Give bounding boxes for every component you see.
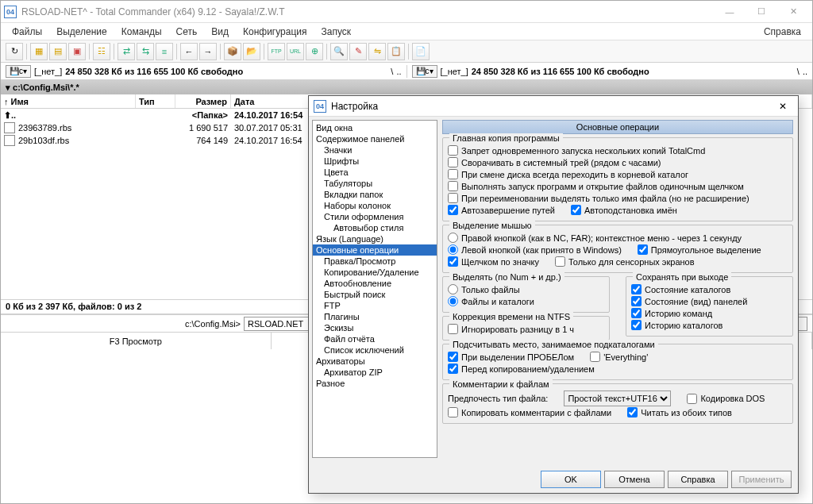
chk-on-space[interactable]: При выделении ПРОБЕЛом — [448, 351, 574, 363]
tree-item[interactable]: Разное — [313, 378, 437, 389]
sync-icon[interactable]: ⇋ — [368, 43, 386, 60]
back-icon[interactable]: ← — [180, 43, 198, 60]
chk-save-dir-history[interactable]: Историю каталогов — [631, 319, 788, 331]
chk-copy-comments[interactable]: Копировать комментарии с файлами — [448, 406, 611, 418]
app-icon: 04 — [4, 6, 17, 18]
search-icon[interactable]: 🔍 — [330, 43, 348, 60]
chk-single-click[interactable]: Выполнять запуск программ и открытие фай… — [448, 180, 788, 192]
maximize-button[interactable]: ☐ — [746, 2, 777, 21]
chk-ignore-1h[interactable]: Игнорировать разницу в 1 ч — [448, 323, 604, 335]
drivepanel-left: 💾 c ▾ [_нет_] 24 850 328 Кб из 116 655 1… — [1, 65, 406, 78]
chk-click-icon[interactable]: Щелчком по значку — [448, 256, 539, 267]
forward-icon[interactable]: → — [199, 43, 217, 60]
menu-net[interactable]: Сеть — [170, 25, 204, 39]
chk-root-on-change[interactable]: При смене диска всегда переходить в корн… — [448, 168, 788, 180]
view-brief-icon[interactable]: ▦ — [30, 43, 48, 60]
chk-dos-encoding[interactable]: Кодировка DOS — [687, 393, 765, 405]
tree-item[interactable]: Эскизы — [313, 322, 437, 333]
chk-tray[interactable]: Сворачивать в системный трей (рядом с ча… — [448, 156, 788, 168]
tree-icon[interactable]: ☷ — [93, 43, 110, 60]
drive-c-left[interactable]: 💾 c ▾ — [6, 65, 31, 78]
tree-item[interactable]: Содержимое панелей — [313, 133, 437, 144]
chk-rename-name-only[interactable]: При переименовании выделять только имя ф… — [448, 192, 788, 204]
tree-item[interactable]: Автообновление — [313, 278, 437, 289]
ftp-icon[interactable]: FTP — [268, 43, 285, 60]
tree-item[interactable]: Табуляторы — [313, 178, 437, 189]
ok-button[interactable]: OK — [541, 471, 601, 488]
swap-icon[interactable]: ⇆ — [137, 43, 154, 60]
dialog-close-button[interactable]: ✕ — [773, 98, 793, 114]
tree-item[interactable]: Наборы колонок — [313, 200, 437, 211]
chk-rect-select[interactable]: Прямоугольное выделение — [638, 244, 761, 256]
tree-item[interactable]: Значки — [313, 144, 437, 156]
menu-config[interactable]: Конфигурация — [237, 25, 314, 39]
rad-files-and-dirs[interactable]: Файлы и каталоги — [448, 295, 604, 307]
refresh-icon[interactable]: ↻ — [6, 43, 23, 60]
tree-item[interactable]: Шрифты — [313, 156, 437, 167]
view-full-icon[interactable]: ▤ — [49, 43, 67, 60]
rad-files-only[interactable]: Только файлы — [448, 283, 604, 295]
chk-read-both[interactable]: Читать из обоих типов — [627, 406, 732, 418]
chk-autocomplete[interactable]: Автозавершение путей — [448, 204, 555, 216]
tree-item[interactable]: Вид окна — [313, 122, 437, 133]
thumbnails-icon[interactable]: ▣ — [68, 43, 86, 60]
col-name[interactable]: ↑ Имя — [1, 94, 136, 108]
url-icon[interactable]: URL — [287, 43, 304, 60]
cancel-button[interactable]: Отмена — [604, 471, 665, 488]
drive-root-left[interactable]: \ — [391, 67, 393, 76]
tree-item[interactable]: Копирование/Удаление — [313, 267, 437, 278]
chk-save-cmd-history[interactable]: Историю команд — [631, 307, 788, 319]
menu-files[interactable]: Файлы — [6, 25, 48, 39]
drive-up-left[interactable]: .. — [396, 67, 401, 76]
tree-item[interactable]: Вкладки папок — [313, 189, 437, 200]
dialog-icon: 04 — [314, 100, 326, 113]
tree-item[interactable]: Плагины — [313, 311, 437, 322]
drive-root-right[interactable]: \ — [797, 67, 800, 76]
tree-item[interactable]: Быстрый поиск — [313, 289, 437, 300]
apply-button[interactable]: Применить — [731, 471, 792, 488]
chk-single-instance[interactable]: Запрет одновременного запуска нескольких… — [448, 144, 788, 156]
menu-view[interactable]: Вид — [205, 25, 235, 39]
drive-c-right[interactable]: 💾 c ▾ — [412, 65, 437, 78]
tree-item[interactable]: Список исключений — [313, 344, 437, 356]
tree-item[interactable]: Автовыбор стиля — [313, 222, 437, 233]
ftp-new-icon[interactable]: ⊕ — [306, 43, 323, 60]
tree-item[interactable]: Язык (Language) — [313, 233, 437, 244]
tree-item[interactable]: FTP — [313, 300, 437, 311]
tree-item[interactable]: Правка/Просмотр — [313, 256, 437, 267]
chk-touch-only[interactable]: Только для сенсорных экранов — [555, 256, 695, 267]
select-comment-type[interactable]: Простой текст+UTF16 — [564, 391, 671, 406]
menu-commands[interactable]: Команды — [115, 25, 168, 39]
compare-icon[interactable]: 📋 — [387, 43, 405, 60]
chk-autosubst[interactable]: Автоподстановка имён — [571, 204, 677, 216]
minimize-button[interactable]: — — [714, 2, 746, 21]
menu-selection[interactable]: Выделение — [50, 25, 114, 39]
col-ext[interactable]: Тип — [136, 94, 175, 108]
chk-save-panels[interactable]: Состояние (вид) панелей — [631, 295, 788, 307]
chk-save-dirs[interactable]: Состояние каталогов — [631, 283, 788, 295]
target-icon[interactable]: ≡ — [156, 43, 173, 60]
chk-before-copy[interactable]: Перед копированием/удалением — [448, 363, 788, 375]
chk-everything[interactable]: 'Everything' — [590, 351, 648, 363]
drive-up-right[interactable]: .. — [803, 67, 807, 76]
tree-item-selected[interactable]: Основные операции — [313, 244, 437, 256]
close-button[interactable]: ✕ — [777, 2, 809, 21]
menu-help[interactable]: Справка — [757, 25, 807, 39]
tree-item[interactable]: Архиватор ZIP — [313, 367, 437, 378]
f3-button[interactable]: F3 Просмотр — [1, 333, 272, 349]
invert-icon[interactable]: ⇄ — [118, 43, 135, 60]
multirename-icon[interactable]: ✎ — [349, 43, 367, 60]
rad-left-click[interactable]: Левой кнопкой (как принято в Windows) — [448, 244, 622, 256]
menu-start[interactable]: Запуск — [315, 25, 358, 39]
tree-item[interactable]: Архиваторы — [313, 356, 437, 367]
tree-item[interactable]: Стили оформления — [313, 211, 437, 222]
rad-right-click[interactable]: Правой кнопкой (как в NC, FAR); контекст… — [448, 232, 788, 244]
notepad-icon[interactable]: 📄 — [412, 43, 430, 60]
help-button[interactable]: Справка — [668, 471, 728, 488]
tree-item[interactable]: Цвета — [313, 167, 437, 178]
unpack-icon[interactable]: 📂 — [243, 43, 260, 60]
tree-item[interactable]: Файл отчёта — [313, 333, 437, 344]
path-left[interactable]: ▾ c:\Config.Msi\*.* — [1, 80, 812, 94]
pack-icon[interactable]: 📦 — [224, 43, 241, 60]
col-size[interactable]: Размер — [175, 94, 231, 108]
